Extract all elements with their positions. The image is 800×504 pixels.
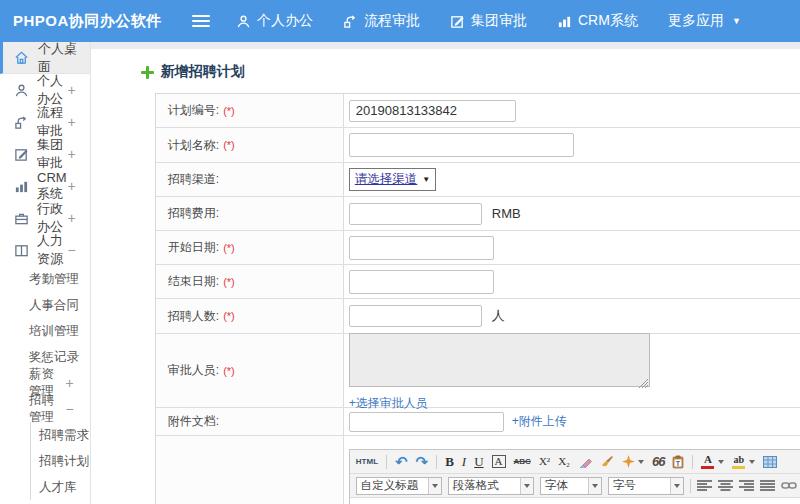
collapse-icon[interactable]: − (66, 401, 90, 417)
plan-name-label: 计划名称: (168, 137, 219, 154)
bold-button[interactable]: B (445, 455, 454, 468)
compose-icon (14, 146, 29, 162)
font-style-button[interactable]: A (492, 455, 506, 468)
form-row-approvers: 审批人员:(*) +选择审批人员 (156, 334, 800, 408)
user-icon (14, 82, 29, 98)
sidebar-item-personal-office[interactable]: 个人办公 + (0, 74, 90, 106)
editor-content-area[interactable] (350, 498, 800, 504)
sidebar-item-hr[interactable]: 人力资源 − (0, 234, 90, 266)
compose-icon (450, 14, 465, 29)
paragraph-format-select[interactable]: 段落格式 (448, 477, 534, 495)
sidebar-item-recruitment[interactable]: 招聘管理− (0, 396, 90, 422)
sidebar-item-attendance[interactable]: 考勤管理 (0, 266, 90, 292)
superscript-button[interactable]: X² (539, 456, 550, 467)
menu-icon[interactable] (192, 12, 210, 30)
required-marker: (*) (223, 139, 235, 151)
sidebar-item-recruit-plan[interactable]: 招聘计划 (31, 448, 90, 474)
svg-text:T: T (676, 459, 681, 466)
expand-icon[interactable]: + (68, 114, 90, 130)
expand-icon[interactable]: + (68, 146, 90, 162)
form-row-editor: HTML ↶ ↷ B I U A ABC X² X₂ (156, 436, 800, 504)
content-top-band (91, 42, 800, 49)
approvers-label: 审批人员: (168, 362, 219, 379)
nav-item-more-apps[interactable]: 更多应用 ▼ (668, 12, 741, 30)
italic-button[interactable]: I (462, 455, 466, 468)
blockquote-button[interactable]: 66 (652, 455, 664, 468)
attachment-upload-link[interactable]: +附件上传 (512, 413, 567, 430)
channel-select[interactable]: 请选择渠道 ▼ (349, 168, 436, 191)
headcount-unit: 人 (492, 307, 505, 325)
caret-down-icon (718, 460, 724, 464)
font-color-button[interactable]: A (701, 454, 714, 469)
highlight-color-button[interactable]: ab (732, 455, 745, 469)
align-right-icon[interactable] (739, 480, 754, 491)
caret-down-icon (588, 478, 601, 494)
underline-button[interactable]: U (474, 455, 483, 468)
bar-chart-icon (14, 178, 29, 194)
collapse-icon[interactable]: − (68, 242, 90, 258)
eraser-icon[interactable] (578, 456, 592, 468)
editor-label-cell (156, 436, 344, 504)
form-row-channel: 招聘渠道: 请选择渠道 ▼ (156, 163, 800, 197)
caret-down-icon: ▼ (422, 175, 430, 184)
format-painter-icon[interactable] (622, 455, 644, 468)
briefcase-icon (14, 210, 29, 226)
paste-icon[interactable]: T (672, 455, 684, 469)
sidebar-item-recruit-demand[interactable]: 招聘需求 (31, 422, 90, 448)
nav-item-personal-office[interactable]: 个人办公 (236, 12, 313, 30)
required-marker: (*) (223, 105, 235, 117)
end-date-input[interactable] (349, 270, 494, 294)
sidebar-item-training[interactable]: 培训管理 (0, 318, 90, 344)
expand-icon[interactable]: + (68, 82, 90, 98)
sidebar-item-desktop[interactable]: 个人桌面 (0, 42, 90, 74)
start-date-input[interactable] (349, 236, 494, 260)
table-icon[interactable] (763, 456, 777, 468)
home-icon (14, 50, 30, 66)
redo-icon[interactable]: ↷ (416, 454, 429, 469)
custom-heading-select[interactable]: 自定义标题 (356, 477, 442, 495)
sidebar-item-hr-contract[interactable]: 人事合同 (0, 292, 90, 318)
plan-name-input[interactable] (349, 133, 574, 157)
align-left-icon[interactable] (697, 480, 712, 491)
undo-icon[interactable]: ↶ (395, 454, 408, 469)
recruit-plan-form: 计划编号:(*) 计划名称:(*) 招聘渠道: 请选择渠道 ▼ 招聘费用: RM… (155, 93, 800, 504)
sidebar-item-admin-office[interactable]: 行政办公 + (0, 202, 90, 234)
expand-icon[interactable]: + (66, 375, 90, 391)
caret-down-icon (749, 460, 755, 464)
source-code-button[interactable]: HTML (356, 458, 378, 466)
cost-input[interactable] (349, 203, 482, 225)
cost-unit: RMB (492, 206, 521, 221)
form-row-start-date: 开始日期:(*) (156, 231, 800, 265)
sidebar-item-workflow-approval[interactable]: 流程审批 + (0, 106, 90, 138)
strikethrough-button[interactable]: ABC (514, 458, 531, 466)
headcount-input[interactable] (349, 305, 482, 327)
caret-down-icon (428, 478, 441, 494)
attachment-input[interactable] (349, 412, 504, 432)
subscript-button[interactable]: X₂ (558, 456, 570, 467)
link-icon[interactable] (781, 481, 797, 490)
form-row-plan-name: 计划名称:(*) (156, 128, 800, 163)
resize-handle-icon[interactable] (639, 379, 648, 388)
align-justify-icon[interactable] (760, 480, 775, 491)
approvers-textarea[interactable] (349, 333, 650, 387)
expand-icon[interactable]: + (68, 210, 90, 226)
page-title: 新增招聘计划 (161, 63, 245, 81)
caret-down-icon (638, 460, 644, 464)
font-size-select[interactable]: 字号 (608, 477, 684, 495)
editor-toolbar-row2: 自定义标题 段落格式 字体 (350, 474, 800, 498)
format-brush-icon[interactable] (600, 455, 614, 468)
font-family-select[interactable]: 字体 (540, 477, 602, 495)
add-icon (141, 66, 154, 79)
sidebar-item-group-approval[interactable]: 集团审批 + (0, 138, 90, 170)
nav-item-workflow-approval[interactable]: 流程审批 (343, 12, 420, 30)
sidebar-item-crm[interactable]: CRM系统 + (0, 170, 90, 202)
caret-down-icon: ▼ (732, 16, 741, 26)
nav-item-crm[interactable]: CRM系统 (557, 12, 638, 30)
app-brand: PHPOA协同办公软件 (0, 12, 178, 31)
sidebar-item-talent-pool[interactable]: 人才库 (31, 474, 90, 500)
nav-item-group-approval[interactable]: 集团审批 (450, 12, 527, 30)
expand-icon[interactable]: + (68, 178, 90, 194)
align-center-icon[interactable] (718, 480, 733, 491)
workflow-icon (14, 114, 29, 130)
plan-no-input[interactable] (349, 100, 516, 122)
